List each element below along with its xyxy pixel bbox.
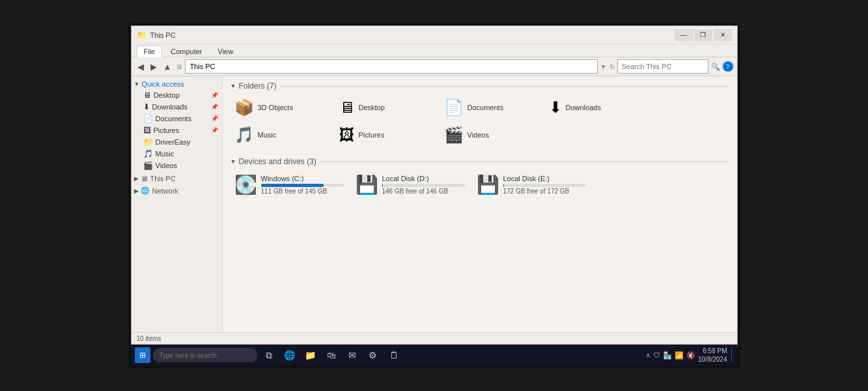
window-title: This PC xyxy=(150,31,675,39)
drive-d-info: Local Disk (D:) 146 GB free of 146 GB xyxy=(382,175,465,195)
content-area: ▼ Folders (7) 📦 3D Objects 🖥 Desktop 📄 xyxy=(223,76,737,332)
folders-divider xyxy=(280,86,729,87)
folder-3d-objects[interactable]: 📦 3D Objects xyxy=(231,96,331,119)
taskbar: ⊞ ⧉ 🌐 📁 🛍 ✉ ⚙ 🗒 ∧ 🛡 🏪 📶 🔇 6:58 PM 10/8/2… xyxy=(131,345,738,366)
sidebar-item-videos[interactable]: 🎬 Videos xyxy=(132,160,222,171)
quick-access-header[interactable]: ▼ Quick access xyxy=(132,79,222,89)
minimize-button[interactable]: — xyxy=(675,29,693,41)
sidebar-item-drivereasy[interactable]: 📁 DriverEasy xyxy=(132,136,222,148)
drive-e-bar-bg xyxy=(503,184,586,187)
explorer-window: 📁 This PC — ❐ ✕ File Computer View ◀ ▶ ▲… xyxy=(131,25,738,345)
status-text: 10 items xyxy=(137,335,161,342)
folder-desktop[interactable]: 🖥 Desktop xyxy=(335,96,436,119)
drive-e[interactable]: 💾 Local Disk (E:) 172 GB free of 172 GB xyxy=(473,171,590,198)
folder-documents[interactable]: 📄 Documents xyxy=(440,96,541,119)
language-button[interactable]: 🗒 xyxy=(385,346,403,364)
folder-music[interactable]: 🎵 Music xyxy=(231,123,331,147)
taskbar-search-input[interactable] xyxy=(153,348,257,362)
drives-section-header[interactable]: ▼ Devices and drives (3) xyxy=(231,157,729,166)
settings-button[interactable]: ⚙ xyxy=(364,346,382,364)
edge-button[interactable]: 🌐 xyxy=(281,346,299,364)
folders-section-header[interactable]: ▼ Folders (7) xyxy=(231,81,729,91)
folder-music-label: Music xyxy=(258,131,277,139)
drives-section-label: Devices and drives (3) xyxy=(238,157,316,166)
drives-arrow: ▼ xyxy=(231,158,236,165)
drives-grid: 💽 Windows (C:) 111 GB free of 145 GB 💾 xyxy=(231,171,729,198)
folder-pictures[interactable]: 🖼 Pictures xyxy=(335,123,436,147)
drive-e-space: 172 GB free of 172 GB xyxy=(503,188,586,195)
search-icon[interactable]: 🔍 xyxy=(711,63,720,71)
sidebar-drivereasy-label: DriverEasy xyxy=(156,138,191,146)
quick-access-label: Quick access xyxy=(141,80,184,88)
task-view-button[interactable]: ⧉ xyxy=(260,346,278,364)
up-button[interactable]: ▲ xyxy=(161,62,174,72)
network-arrow: ▶ xyxy=(134,188,139,194)
pin-icon-desktop: 📌 xyxy=(211,92,218,98)
start-button[interactable]: ⊞ xyxy=(135,347,150,363)
folder-music-icon: 🎵 xyxy=(234,126,254,144)
help-button[interactable]: ? xyxy=(723,61,733,72)
pin-icon-downloads: 📌 xyxy=(211,104,218,110)
drive-d-space: 146 GB free of 146 GB xyxy=(382,188,465,195)
sidebar-pictures-label: Pictures xyxy=(154,126,180,134)
ribbon-tabs: File Computer View xyxy=(132,44,737,57)
tray-volume-icon: 🔇 xyxy=(686,351,695,360)
back-button[interactable]: ◀ xyxy=(135,62,146,72)
search-input[interactable] xyxy=(617,59,708,74)
address-input[interactable] xyxy=(185,59,597,74)
folders-arrow: ▼ xyxy=(231,83,236,89)
sidebar-item-music[interactable]: 🎵 Music xyxy=(132,148,222,160)
main-area: ▼ Quick access 🖥 Desktop 📌 ⬇ Downloads 📌 xyxy=(132,76,737,332)
close-button[interactable]: ✕ xyxy=(714,29,732,41)
drive-c[interactable]: 💽 Windows (C:) 111 GB free of 145 GB xyxy=(231,171,348,198)
folders-grid: 📦 3D Objects 🖥 Desktop 📄 Documents ⬇ Dow… xyxy=(231,96,729,147)
store-button[interactable]: 🛍 xyxy=(322,346,341,364)
documents-icon: 📄 xyxy=(143,114,153,123)
mail-button[interactable]: ✉ xyxy=(343,346,361,364)
music-icon: 🎵 xyxy=(143,149,153,158)
tray-store-icon: 🏪 xyxy=(663,351,672,360)
drive-d[interactable]: 💾 Local Disk (D:) 146 GB free of 146 GB xyxy=(352,171,469,198)
sidebar-videos-label: Videos xyxy=(156,162,177,169)
folder-documents-icon: 📄 xyxy=(444,98,464,117)
folder-documents-label: Documents xyxy=(468,104,504,111)
sidebar-item-pictures[interactable]: 🖼 Pictures 📌 xyxy=(132,124,222,136)
file-explorer-button[interactable]: 📁 xyxy=(301,346,320,364)
this-pc-icon: 🖥 xyxy=(141,175,148,182)
show-desktop-button[interactable] xyxy=(731,349,734,362)
tray-arrow[interactable]: ∧ xyxy=(646,352,651,358)
folder-downloads[interactable]: ⬇ Downloads xyxy=(545,96,646,119)
drives-divider xyxy=(320,162,729,162)
sidebar-item-downloads[interactable]: ⬇ Downloads 📌 xyxy=(132,101,222,113)
folder-icon-title: 📁 xyxy=(137,31,147,40)
drive-e-name: Local Disk (E:) xyxy=(503,175,586,182)
drive-e-info: Local Disk (E:) 172 GB free of 172 GB xyxy=(503,175,586,195)
this-pc-group[interactable]: ▶ 🖥 This PC xyxy=(132,173,222,184)
drivereasy-icon: 📁 xyxy=(143,138,153,147)
clock-time: 6:58 PM xyxy=(698,347,727,355)
network-group[interactable]: ▶ 🌐 Network xyxy=(132,184,222,197)
this-pc-label: This PC xyxy=(150,175,176,182)
forward-button[interactable]: ▶ xyxy=(148,62,159,72)
pictures-icon: 🖼 xyxy=(143,126,151,135)
drive-d-name: Local Disk (D:) xyxy=(382,175,465,182)
sidebar-music-label: Music xyxy=(156,150,175,158)
address-bar: ◀ ▶ ▲ 🖥 ▼ ↻ 🔍 ? xyxy=(132,57,737,76)
folder-pictures-icon: 🖼 xyxy=(339,126,355,144)
tab-computer[interactable]: Computer xyxy=(163,46,209,57)
system-clock[interactable]: 6:58 PM 10/8/2024 xyxy=(698,347,727,364)
sidebar-desktop-label: Desktop xyxy=(154,91,180,99)
folder-downloads-label: Downloads xyxy=(566,104,601,111)
drive-e-icon: 💾 xyxy=(477,174,499,195)
maximize-button[interactable]: ❐ xyxy=(694,29,712,41)
sidebar-item-desktop[interactable]: 🖥 Desktop 📌 xyxy=(132,89,222,101)
tab-view[interactable]: View xyxy=(211,46,241,57)
quick-access-arrow: ▼ xyxy=(134,81,140,87)
pin-icon-pictures: 📌 xyxy=(211,127,218,134)
folder-videos[interactable]: 🎬 Videos xyxy=(440,123,541,147)
drive-d-bar-bg xyxy=(382,184,465,187)
sidebar-item-documents[interactable]: 📄 Documents 📌 xyxy=(132,113,222,124)
address-separator: 🖥 xyxy=(176,63,182,70)
drive-c-info: Windows (C:) 111 GB free of 145 GB xyxy=(261,175,344,195)
tab-file[interactable]: File xyxy=(137,46,163,57)
